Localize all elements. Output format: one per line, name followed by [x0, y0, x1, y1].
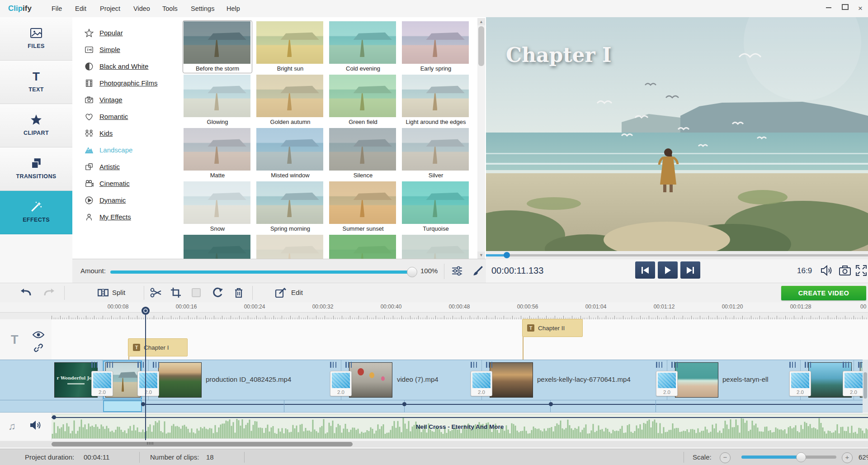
effect-tile[interactable]: Summer sunset: [328, 180, 398, 233]
audio-track[interactable]: Neil Cross - Eternity And More: [52, 414, 868, 439]
crop-icon[interactable]: [170, 287, 182, 299]
selected-clip-volume-segment[interactable]: [103, 400, 142, 412]
scrollbar-thumb[interactable]: [863, 372, 867, 399]
effect-tile[interactable]: Silver: [401, 127, 471, 180]
close-icon[interactable]: ×: [854, 4, 867, 14]
sidebar-item-text[interactable]: T TEXT: [0, 61, 72, 104]
maximize-icon[interactable]: [838, 4, 852, 14]
effect-tile[interactable]: Bright sun: [255, 20, 325, 73]
timeline-vertical-scrollbar[interactable]: [863, 360, 868, 413]
effect-tile[interactable]: Green field: [328, 74, 398, 127]
snapshot-camera-icon[interactable]: [839, 265, 851, 277]
transition-clip[interactable]: 2.0: [789, 371, 811, 396]
clip-trim-handle[interactable]: [91, 362, 98, 368]
zoom-in-button[interactable]: +: [842, 452, 853, 463]
minimize-icon[interactable]: [822, 4, 835, 14]
audio-envelope-point[interactable]: [52, 415, 56, 419]
effects-category-dynamic[interactable]: Dynamic: [72, 192, 179, 209]
effects-scrollbar[interactable]: ▲ ▼: [477, 18, 485, 259]
effect-tile-partial[interactable]: [328, 234, 398, 259]
seek-bar[interactable]: [486, 254, 868, 256]
effect-tile[interactable]: Before the storm: [183, 20, 252, 73]
scroll-up-icon[interactable]: ▲: [477, 18, 485, 25]
effect-tile[interactable]: Turquoise: [401, 180, 471, 233]
transition-clip[interactable]: 2.0: [91, 371, 113, 396]
effects-category-landscape[interactable]: Landscape: [72, 142, 179, 158]
scissors-icon[interactable]: [150, 287, 162, 299]
chapter-marker[interactable]: T Chapter II: [522, 319, 583, 337]
effects-category-artistic[interactable]: Artistic: [72, 158, 179, 175]
video-track[interactable]: r Wonderful Jou2.02.02.02.02.02.02.0prod…: [0, 360, 868, 400]
clip-trim-handle[interactable]: [671, 362, 678, 368]
split-button[interactable]: Split: [112, 289, 125, 296]
timeline-ruler[interactable]: 00:00:0800:00:1600:00:2400:00:3200:00:40…: [0, 302, 868, 319]
effect-tile[interactable]: Light around the edges: [401, 74, 471, 127]
effect-tile[interactable]: Glowing: [183, 74, 252, 127]
volume-envelope-line[interactable]: [143, 404, 868, 405]
effects-category-romantic[interactable]: Romantic: [72, 108, 179, 125]
clip-trim-handle[interactable]: [789, 362, 796, 368]
clip-trim-handle[interactable]: [486, 362, 492, 368]
link-icon[interactable]: [33, 343, 43, 355]
transition-clip[interactable]: 2.0: [656, 371, 678, 396]
effect-tile[interactable]: Golden autumn: [255, 74, 325, 127]
redo-icon[interactable]: [43, 287, 55, 299]
effects-category-my-effects[interactable]: My Effects: [72, 209, 179, 225]
effects-category-cinematic[interactable]: Cinematic: [72, 175, 179, 192]
clip-trim-handle[interactable]: [805, 362, 811, 368]
volume-envelope-point[interactable]: [402, 402, 406, 406]
menu-tools[interactable]: Tools: [156, 0, 184, 17]
transition-clip[interactable]: 2.0: [137, 371, 159, 396]
next-frame-button[interactable]: [680, 261, 700, 279]
scrollbar-thumb[interactable]: [478, 26, 484, 66]
sidebar-item-transitions[interactable]: TRANSITIONS: [0, 147, 72, 191]
previous-frame-button[interactable]: [635, 261, 655, 279]
sidebar-item-effects[interactable]: EFFECTS: [0, 191, 72, 234]
scrollbar-thumb[interactable]: [52, 442, 353, 446]
effect-tile[interactable]: Matte: [183, 127, 252, 180]
transition-clip[interactable]: 2.0: [843, 371, 864, 396]
clip-thumbnail[interactable]: [349, 362, 392, 398]
audio-envelope-line[interactable]: [52, 417, 868, 418]
clip-trim-handle[interactable]: [345, 362, 352, 368]
clip-trim-handle[interactable]: [656, 362, 662, 368]
audio-mute-icon[interactable]: [30, 420, 42, 432]
sidebar-item-files[interactable]: FILES: [0, 17, 72, 61]
effect-tile[interactable]: Misted window: [255, 127, 325, 180]
effect-tile[interactable]: Spring morning: [255, 180, 325, 233]
menu-project[interactable]: Project: [94, 0, 127, 17]
clip-trim-handle[interactable]: [137, 362, 144, 368]
visibility-eye-icon[interactable]: [33, 330, 44, 341]
clip-trim-handle[interactable]: [330, 362, 336, 368]
effects-category-simple[interactable]: Simple: [72, 41, 179, 58]
effects-category-black-and-white[interactable]: Black and White: [72, 58, 179, 75]
effect-tile[interactable]: Snow: [183, 180, 252, 233]
effects-category-photographic-films[interactable]: Photographic Films: [72, 75, 179, 91]
effect-tile[interactable]: Cold evening: [328, 20, 398, 73]
volume-icon[interactable]: [821, 265, 833, 277]
effect-tile-partial[interactable]: [183, 234, 252, 259]
effect-tile[interactable]: Early spring: [401, 20, 471, 73]
chapter-marker[interactable]: T Chapter I: [128, 338, 188, 356]
effect-tile[interactable]: Silence: [328, 127, 398, 180]
aspect-ratio-label[interactable]: 16:9: [797, 266, 812, 275]
menu-settings[interactable]: Settings: [184, 0, 221, 17]
clip-thumbnail[interactable]: [675, 362, 718, 398]
clip-thumbnail[interactable]: [158, 362, 202, 398]
transition-clip[interactable]: 2.0: [471, 371, 492, 396]
undo-icon[interactable]: [20, 287, 32, 299]
menu-help[interactable]: Help: [220, 0, 246, 17]
brush-icon[interactable]: [472, 265, 485, 278]
menu-video[interactable]: Video: [127, 0, 156, 17]
scroll-down-icon[interactable]: ▼: [477, 251, 485, 259]
volume-envelope-point[interactable]: [141, 402, 145, 406]
sidebar-item-clipart[interactable]: CLIPART: [0, 104, 72, 147]
effects-category-kids[interactable]: Kids: [72, 125, 179, 142]
mask-icon[interactable]: [191, 287, 203, 299]
adjustments-icon[interactable]: [451, 265, 464, 278]
create-video-button[interactable]: CREATE VIDEO: [781, 286, 866, 300]
edit-icon[interactable]: [275, 287, 287, 299]
volume-envelope-point[interactable]: [549, 402, 553, 406]
split-icon[interactable]: [98, 287, 109, 299]
clip-trim-handle[interactable]: [107, 362, 113, 368]
